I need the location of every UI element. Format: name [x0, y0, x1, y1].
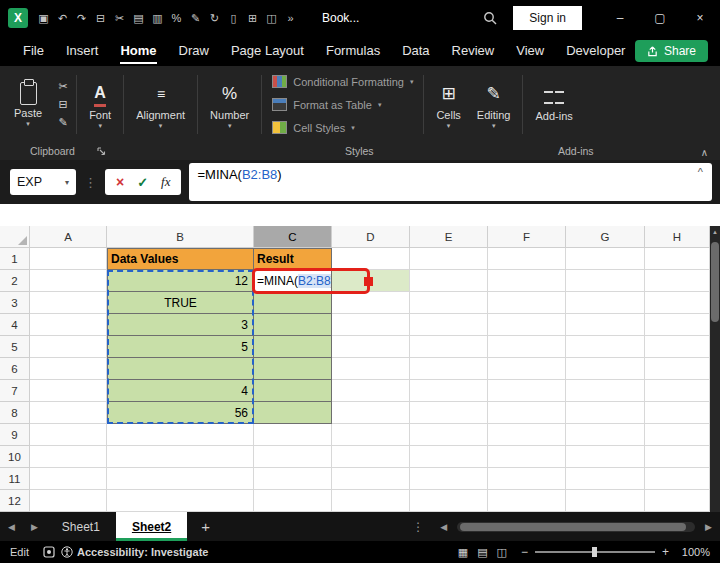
- cancel-button[interactable]: ×: [116, 174, 124, 190]
- cell-E6[interactable]: [410, 358, 488, 380]
- insert-function-button[interactable]: fx: [161, 174, 170, 190]
- cell-D11[interactable]: [332, 468, 410, 490]
- vertical-scrollbar[interactable]: ▲: [710, 226, 720, 512]
- sheet-nav-left-icon[interactable]: ◀: [0, 522, 23, 532]
- column-header-C[interactable]: C: [254, 226, 332, 248]
- cell-D6[interactable]: [332, 358, 410, 380]
- cell-D8[interactable]: [332, 402, 410, 424]
- cell-H8[interactable]: [645, 402, 710, 424]
- cell-H3[interactable]: [645, 292, 710, 314]
- tab-formulas[interactable]: Formulas: [315, 36, 391, 66]
- cells-group-button[interactable]: ⊞ Cells ▾: [428, 69, 468, 140]
- close-button[interactable]: ×: [680, 0, 720, 36]
- minimize-button[interactable]: –: [600, 0, 640, 36]
- row-header-5[interactable]: 5: [0, 336, 30, 358]
- copy-icon[interactable]: ⊟: [91, 12, 110, 25]
- row-header-9[interactable]: 9: [0, 424, 30, 446]
- cell-B2[interactable]: 12: [107, 270, 254, 292]
- zoom-in-button[interactable]: +: [662, 545, 669, 559]
- cell-C2[interactable]: =MINA(B2:B8): [254, 270, 332, 292]
- cell-E1[interactable]: [410, 248, 488, 270]
- cell-A12[interactable]: [30, 490, 107, 512]
- cell-H6[interactable]: [645, 358, 710, 380]
- cell-A11[interactable]: [30, 468, 107, 490]
- cell-C1[interactable]: Result: [254, 248, 332, 270]
- cell-B4[interactable]: 3: [107, 314, 254, 336]
- alignment-group-button[interactable]: ≡ Alignment ▾: [128, 69, 193, 140]
- add-sheet-button[interactable]: +: [187, 518, 224, 535]
- cell-E7[interactable]: [410, 380, 488, 402]
- cell-B9[interactable]: [107, 424, 254, 446]
- sign-in-button[interactable]: Sign in: [513, 6, 582, 30]
- cell-A8[interactable]: [30, 402, 107, 424]
- editing-group-button[interactable]: ✎ Editing ▾: [469, 69, 519, 140]
- horizontal-scroll-thumb[interactable]: [460, 523, 686, 531]
- cell-F11[interactable]: [488, 468, 566, 490]
- cell-C4[interactable]: [254, 314, 332, 336]
- undo-icon[interactable]: ↶: [53, 12, 72, 25]
- cell-E11[interactable]: [410, 468, 488, 490]
- row-header-6[interactable]: 6: [0, 358, 30, 380]
- macro-record-icon[interactable]: [43, 546, 55, 558]
- cell-D1[interactable]: [332, 248, 410, 270]
- column-header-D[interactable]: D: [332, 226, 410, 248]
- cell-B1[interactable]: Data Values: [107, 248, 254, 270]
- row-header-3[interactable]: 3: [0, 292, 30, 314]
- formula-input[interactable]: =MINA(B2:B8) ^: [189, 163, 712, 201]
- cell-F2[interactable]: [488, 270, 566, 292]
- cell-H11[interactable]: [645, 468, 710, 490]
- cell-G10[interactable]: [566, 446, 645, 468]
- save-icon[interactable]: ▣: [34, 12, 53, 25]
- cell-A10[interactable]: [30, 446, 107, 468]
- cell-D2[interactable]: [332, 270, 410, 292]
- cell-B3[interactable]: TRUE: [107, 292, 254, 314]
- tab-view[interactable]: View: [505, 36, 555, 66]
- collapse-formula-bar-icon[interactable]: ^: [698, 166, 703, 178]
- column-header-H[interactable]: H: [645, 226, 710, 248]
- tab-home[interactable]: Home: [109, 36, 167, 66]
- cell-E9[interactable]: [410, 424, 488, 446]
- zoom-out-button[interactable]: −: [521, 545, 528, 559]
- cell-D7[interactable]: [332, 380, 410, 402]
- enter-button[interactable]: ✓: [137, 175, 148, 190]
- row-header-1[interactable]: 1: [0, 248, 30, 270]
- tab-file[interactable]: File: [12, 36, 55, 66]
- normal-view-icon[interactable]: ▦: [458, 546, 468, 559]
- cell-H2[interactable]: [645, 270, 710, 292]
- row-header-4[interactable]: 4: [0, 314, 30, 336]
- sheet-tab-sheet1[interactable]: Sheet1: [46, 512, 116, 541]
- cell-F6[interactable]: [488, 358, 566, 380]
- cell-G6[interactable]: [566, 358, 645, 380]
- redo-icon[interactable]: ↷: [72, 12, 91, 25]
- cell-C5[interactable]: [254, 336, 332, 358]
- cell-B12[interactable]: [107, 490, 254, 512]
- cell-F1[interactable]: [488, 248, 566, 270]
- cell-C7[interactable]: [254, 380, 332, 402]
- hscroll-left-icon[interactable]: ◀: [432, 522, 455, 532]
- cell-B6[interactable]: [107, 358, 254, 380]
- cell-C10[interactable]: [254, 446, 332, 468]
- row-header-8[interactable]: 8: [0, 402, 30, 424]
- paste-icon[interactable]: ▤: [129, 12, 148, 25]
- cell-C6[interactable]: [254, 358, 332, 380]
- percent-icon[interactable]: %: [167, 12, 186, 24]
- row-header-11[interactable]: 11: [0, 468, 30, 490]
- cell-D5[interactable]: [332, 336, 410, 358]
- collapse-ribbon-icon[interactable]: ∧: [701, 147, 708, 158]
- cut-button[interactable]: ✂: [54, 80, 72, 93]
- cell-G2[interactable]: [566, 270, 645, 292]
- cell-E8[interactable]: [410, 402, 488, 424]
- cell-G7[interactable]: [566, 380, 645, 402]
- addins-button[interactable]: Add-ins: [527, 69, 580, 140]
- format-painter-icon[interactable]: ✎: [186, 12, 205, 25]
- table-icon[interactable]: ⊞: [243, 12, 262, 25]
- cell-E4[interactable]: [410, 314, 488, 336]
- cell-A6[interactable]: [30, 358, 107, 380]
- cell-F12[interactable]: [488, 490, 566, 512]
- cell-F9[interactable]: [488, 424, 566, 446]
- row-header-12[interactable]: 12: [0, 490, 30, 512]
- cell-F4[interactable]: [488, 314, 566, 336]
- cell-C8[interactable]: [254, 402, 332, 424]
- row-header-7[interactable]: 7: [0, 380, 30, 402]
- camera-icon[interactable]: ◫: [262, 12, 281, 25]
